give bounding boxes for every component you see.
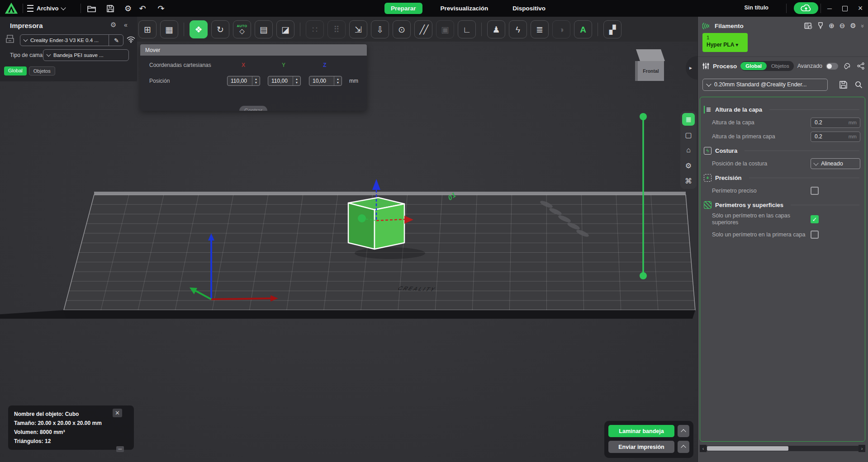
tab-quality[interactable]: ≣ [682, 113, 695, 126]
tool-scale-button[interactable]: ⇲ [349, 20, 367, 38]
tab-others[interactable]: ⌘ [682, 174, 695, 187]
tool-modifier-button[interactable]: ⊙ [393, 20, 411, 38]
parameter-painter-icon[interactable] [844, 62, 851, 70]
sync-parameters-icon[interactable] [857, 62, 864, 70]
plate-number-label: 01 [447, 190, 457, 202]
tab-strength[interactable]: ▢ [682, 128, 695, 141]
undo-button[interactable]: ↶ [137, 3, 148, 14]
save-button[interactable] [105, 3, 116, 14]
printer-panel-title: Impresora [10, 22, 43, 29]
search-parameters-icon[interactable] [855, 81, 863, 89]
add-filament-icon[interactable]: ⊕ [829, 22, 835, 30]
cut-icon: ╱╱ [420, 25, 427, 34]
slice-options-button[interactable] [678, 425, 689, 437]
setting-label: Perímetro preciso [704, 188, 806, 194]
tool-text-tool-button[interactable]: A [574, 20, 592, 38]
tool-move-button[interactable]: ❖ [190, 20, 208, 38]
open-file-button[interactable] [86, 3, 97, 14]
tool-place-on-face-button[interactable]: ◪ [276, 20, 294, 38]
setting-input[interactable]: 0.2mm [811, 118, 860, 128]
filament-settings-gear-icon[interactable]: ⚙ [850, 22, 856, 30]
scroll-right-button[interactable]: › [859, 445, 865, 452]
scope-global-button[interactable]: Global [740, 62, 767, 70]
tool-support-paint-button[interactable]: ♟ [487, 20, 505, 38]
info-line: Nombre del objeto: Cubo [14, 410, 102, 419]
position-x-input[interactable]: 110,00 ▲▼ [227, 76, 260, 86]
tool-height-range-button[interactable]: ≣ [531, 20, 549, 38]
stepper-arrows[interactable]: ▲▼ [252, 76, 260, 85]
close-button[interactable]: × [853, 0, 868, 17]
nozzle-icon[interactable] [817, 22, 824, 29]
collapse-section-icon[interactable]: » [859, 24, 866, 27]
send-print-button[interactable]: Enviar impresión [608, 441, 674, 453]
bed-type-select[interactable]: Bandeja PEI suave ... [43, 49, 129, 61]
tab-support[interactable]: ⌂ [682, 144, 695, 156]
redo-button[interactable]: ↷ [156, 3, 166, 14]
tool-auto-orient-button[interactable]: AUTO◇ [233, 20, 251, 38]
divider [698, 57, 868, 57]
viewport-slider [640, 113, 647, 279]
tab-speed[interactable]: ⚙ [682, 159, 695, 172]
filament-name[interactable]: Hyper PLA ▾ [707, 42, 744, 48]
tool-cut-button[interactable]: ╱╱ [414, 20, 432, 38]
cloud-upload-button[interactable] [794, 2, 818, 14]
setting-select[interactable]: Alineado [811, 158, 860, 169]
tab-global[interactable]: Global [4, 66, 27, 75]
stepper-arrows[interactable]: ▲▼ [293, 76, 300, 85]
tool-rotate-button[interactable]: ↻ [211, 20, 229, 38]
position-z-input[interactable]: 10,00 ▲▼ [309, 76, 342, 86]
tool-add-model-button[interactable]: ⊞ [138, 20, 157, 38]
printer-edit-button[interactable]: ✎ [109, 34, 124, 46]
process-preset-select[interactable]: 0.20mm Standard @Creality Ender... [702, 79, 828, 91]
close-icon[interactable]: ✕ [113, 409, 122, 417]
setting-checkbox[interactable]: ✓ [811, 215, 819, 223]
ams-box-icon[interactable] [804, 23, 812, 29]
send-options-button[interactable] [678, 441, 689, 453]
tab-preparar[interactable]: Preparar [384, 3, 422, 14]
save-preset-icon[interactable] [840, 81, 847, 89]
tool-arrange-button[interactable]: ▤ [255, 20, 273, 38]
position-y-input[interactable]: 110,00 ▲▼ [268, 76, 301, 86]
scope-objects-button[interactable]: Objetos [767, 62, 794, 70]
setting-checkbox[interactable] [811, 231, 819, 239]
move-dialog: Mover Coordenadas cartesianas X Y Z Posi… [140, 44, 367, 111]
tool-drop-to-bed-button[interactable]: ⇩ [371, 20, 389, 38]
filament-slot[interactable]: 1 Hyper PLA ▾ [702, 33, 748, 52]
tool-measure-button[interactable]: ∟ [458, 20, 476, 38]
center-button[interactable]: Centrar [239, 106, 267, 111]
tab-dispositivo[interactable]: Dispositivo [506, 3, 552, 14]
settings-gear-icon[interactable]: ⚙ [123, 3, 133, 14]
tool-add-plate-button[interactable]: ▦ [160, 20, 178, 38]
position-y-value[interactable]: 110,00 [268, 78, 293, 84]
scrollbar-track[interactable] [707, 446, 859, 451]
setting-input[interactable]: 0.2mm [811, 132, 860, 142]
tool-merge-button[interactable]: ▞ [603, 20, 621, 38]
tab-objetos[interactable]: Objetos [29, 66, 55, 75]
navcube-top-face[interactable] [636, 49, 665, 61]
minimize-info-button[interactable]: ─ [116, 446, 124, 452]
minimize-button[interactable]: ─ [822, 0, 837, 17]
scope-tabs: Global Objetos [4, 66, 55, 75]
scrollbar-thumb[interactable] [707, 446, 788, 451]
setting-checkbox[interactable] [811, 187, 819, 195]
tool-seam-paint-button[interactable]: ϟ [509, 20, 527, 38]
position-x-value[interactable]: 110,00 [228, 78, 252, 84]
stepper-arrows[interactable]: ▲▼ [334, 76, 342, 85]
advanced-toggle[interactable] [826, 63, 838, 70]
scroll-left-button[interactable]: ‹ [700, 445, 707, 452]
section-icon: ϟ [704, 147, 711, 155]
position-z-value[interactable]: 10,00 [309, 78, 334, 84]
move-dialog-titlebar[interactable]: Mover [140, 44, 367, 56]
maximize-button[interactable] [837, 0, 853, 17]
printer-settings-gear-icon[interactable]: ⚙ [110, 21, 116, 28]
panel-collapse-icon[interactable]: « [124, 21, 128, 28]
remove-filament-icon[interactable]: ⊖ [840, 22, 845, 30]
horizontal-scrollbar[interactable]: ‹ › [700, 445, 865, 452]
printer-select[interactable]: Creality Ender-3 V3 KE 0.4 ... [20, 34, 123, 46]
file-menu[interactable]: Archivo [27, 3, 65, 14]
wifi-icon[interactable] [127, 36, 135, 45]
navigation-cube[interactable]: Frontal [634, 47, 669, 98]
slice-plate-button[interactable]: Laminar bandeja [608, 425, 674, 437]
tab-previsualizacion[interactable]: Previsualización [434, 3, 495, 14]
navcube-front-face[interactable]: Frontal [638, 61, 664, 81]
